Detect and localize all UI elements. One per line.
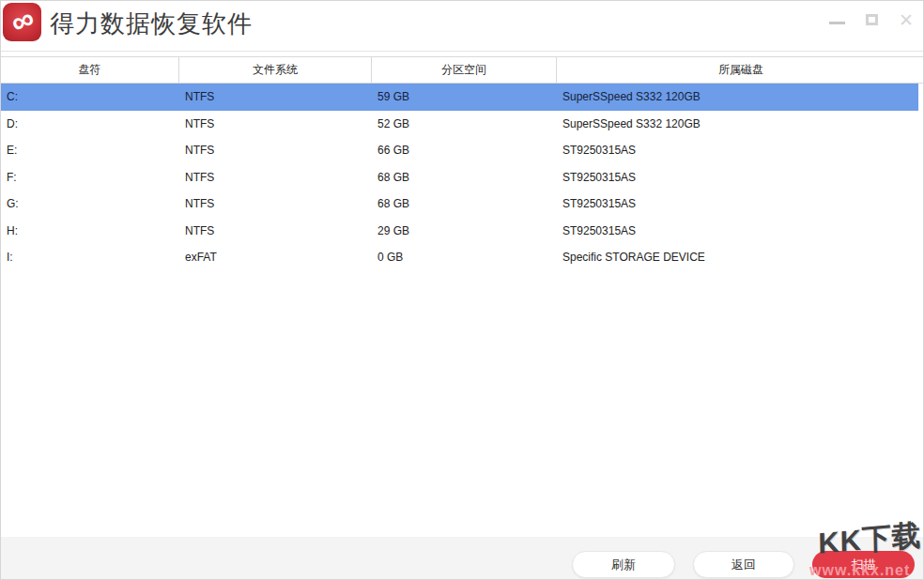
partition-size-cell: 29 GB [372, 218, 557, 245]
column-header-drive: 盘符 [1, 57, 179, 83]
filesystem-cell: NTFS [179, 111, 372, 138]
filesystem-cell: NTFS [179, 84, 372, 111]
drive-letter-cell: D: [1, 111, 179, 138]
partition-row[interactable]: D: NTFS 52 GB SuperSSpeed S332 120GB [1, 111, 924, 138]
partition-row[interactable]: I: exFAT 0 GB Specific STORAGE DEVICE [1, 244, 924, 271]
titlebar: ∞ 得力数据恢复软件 ✕ [1, 1, 923, 52]
column-header-filesystem: 文件系统 [179, 57, 372, 83]
app-title: 得力数据恢复软件 [50, 8, 253, 40]
partition-size-cell: 68 GB [372, 164, 557, 191]
filesystem-cell: NTFS [179, 164, 372, 191]
refresh-button[interactable]: 刷新 [572, 551, 675, 578]
disk-name-cell: ST9250315AS [557, 191, 924, 218]
partition-size-cell: 52 GB [372, 111, 557, 138]
back-button[interactable]: 返回 [693, 551, 794, 578]
disk-name-cell: SuperSSpeed S332 120GB [557, 111, 924, 138]
column-header-disk: 所属磁盘 [557, 57, 924, 83]
partition-row[interactable]: C: NTFS 59 GB SuperSSpeed S332 120GB [1, 84, 918, 111]
maximize-button[interactable] [862, 10, 881, 29]
maximize-icon [866, 14, 878, 25]
drive-letter-cell: I: [1, 244, 179, 271]
disk-name-cell: ST9250315AS [557, 218, 924, 245]
partition-size-cell: 59 GB [372, 84, 557, 111]
partition-size-cell: 0 GB [372, 244, 557, 271]
partition-table-header: 盘符 文件系统 分区空间 所属磁盘 [1, 56, 924, 84]
drive-letter-cell: H: [1, 218, 179, 245]
filesystem-cell: NTFS [179, 191, 372, 218]
window-controls: ✕ [827, 8, 916, 31]
minimize-button[interactable] [827, 10, 846, 29]
disk-name-cell: ST9250315AS [557, 137, 924, 164]
filesystem-cell: NTFS [179, 137, 372, 164]
close-button[interactable]: ✕ [897, 10, 916, 29]
disk-name-cell: ST9250315AS [557, 164, 924, 191]
app-window: ∞ 得力数据恢复软件 ✕ 盘符 文件系统 分区空间 所属磁盘 C: NTFS 5… [0, 0, 924, 580]
partition-row[interactable]: F: NTFS 68 GB ST9250315AS [1, 164, 924, 191]
app-logo-icon: ∞ [3, 3, 41, 41]
filesystem-cell: NTFS [179, 218, 372, 245]
minimize-icon [829, 22, 845, 24]
disk-name-cell: Specific STORAGE DEVICE [557, 244, 924, 271]
infinity-icon: ∞ [6, 2, 38, 38]
partition-size-cell: 68 GB [372, 191, 557, 218]
partition-size-cell: 66 GB [372, 137, 557, 164]
partition-row[interactable]: H: NTFS 29 GB ST9250315AS [1, 218, 924, 245]
partition-row[interactable]: G: NTFS 68 GB ST9250315AS [1, 191, 924, 218]
filesystem-cell: exFAT [179, 244, 372, 271]
scan-button[interactable]: 扫描 [812, 551, 915, 578]
partition-row[interactable]: E: NTFS 66 GB ST9250315AS [1, 137, 924, 164]
drive-letter-cell: F: [1, 164, 179, 191]
drive-letter-cell: C: [1, 84, 179, 111]
close-icon: ✕ [899, 11, 914, 29]
disk-name-cell: SuperSSpeed S332 120GB [557, 84, 918, 111]
drive-letter-cell: E: [1, 137, 179, 164]
drive-letter-cell: G: [1, 191, 179, 218]
partition-table-body: C: NTFS 59 GB SuperSSpeed S332 120GB D: … [1, 84, 924, 271]
column-header-size: 分区空间 [372, 57, 557, 83]
